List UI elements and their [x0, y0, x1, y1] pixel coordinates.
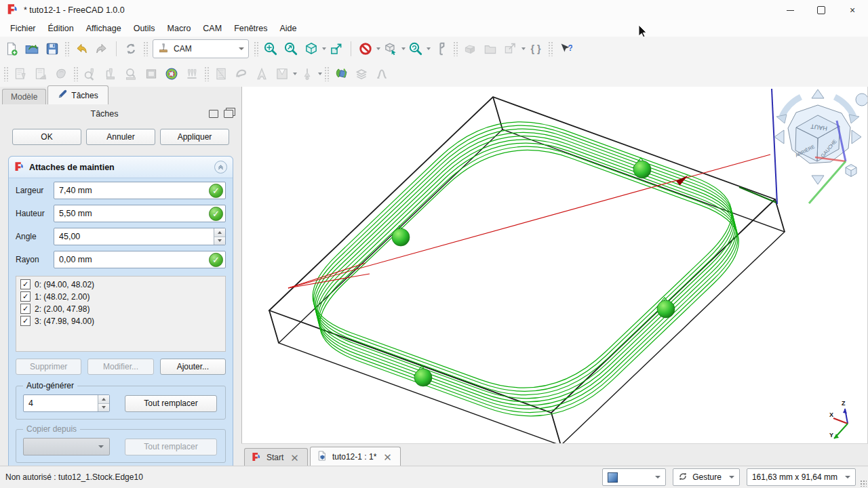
- auto-generate-group: Auto-générer Tout remplacer: [16, 386, 226, 420]
- menu-item-fichier[interactable]: Fichier: [4, 22, 42, 35]
- cancel-button[interactable]: Annuler: [86, 129, 155, 145]
- tag-count-spinner[interactable]: [98, 395, 109, 411]
- close-button[interactable]: ×: [837, 0, 868, 20]
- rayon-label: Rayon: [16, 255, 48, 264]
- cam-job-template-icon[interactable]: [31, 64, 51, 84]
- angle-spinner[interactable]: [214, 228, 225, 245]
- clipping-plane-icon[interactable]: [380, 39, 401, 59]
- cam-slot-icon[interactable]: [272, 64, 292, 84]
- copy-from-legend: Copier depuis: [23, 424, 80, 434]
- axonometric-view-icon[interactable]: [301, 39, 321, 59]
- open-file-icon[interactable]: [22, 39, 42, 59]
- float-panel-icon[interactable]: [224, 110, 233, 118]
- holding-tag-sphere: [414, 369, 432, 386]
- tab-modele[interactable]: Modèle: [2, 89, 46, 104]
- document-tab-bar: Start ✕ tuto12-1 : 1* ✕: [241, 443, 868, 466]
- tab-start[interactable]: Start ✕: [244, 448, 308, 466]
- selection-filter-icon[interactable]: [355, 39, 376, 59]
- cam-stock-icon[interactable]: [141, 64, 161, 84]
- tag-item[interactable]: ✓1: (48.02, 2.00): [20, 291, 221, 302]
- sync-view-icon[interactable]: [326, 39, 347, 59]
- hauteur-input[interactable]: [54, 205, 226, 222]
- refresh-icon[interactable]: [121, 39, 141, 59]
- tab-taches[interactable]: Tâches: [47, 85, 108, 104]
- cam-dressup-tag-icon[interactable]: [331, 64, 351, 84]
- tag-count-input[interactable]: [23, 394, 110, 412]
- menu-item-macro[interactable]: Macro: [161, 22, 197, 35]
- save-icon[interactable]: [42, 39, 62, 59]
- draw-style-combobox[interactable]: [602, 468, 666, 486]
- 3d-scene[interactable]: HAUTARRIÈREGAUCHEZXY: [242, 87, 867, 444]
- export-icon[interactable]: [500, 39, 521, 59]
- toolpath[interactable]: [313, 122, 738, 416]
- measure-icon[interactable]: [431, 39, 451, 59]
- redo-icon[interactable]: [92, 39, 112, 59]
- modifier-button[interactable]: Modifier...: [87, 359, 153, 375]
- cam-profile-icon[interactable]: [211, 64, 231, 84]
- copy-from-combobox[interactable]: [23, 438, 110, 455]
- path-segment: [739, 187, 776, 203]
- maximize-button[interactable]: [806, 0, 837, 20]
- part-tools-icon[interactable]: [460, 39, 480, 59]
- menu-item-outils[interactable]: Outils: [127, 22, 161, 35]
- tag-checkbox[interactable]: ✓: [20, 304, 31, 314]
- cam-job-icon[interactable]: [10, 64, 31, 84]
- stock-wireframe[interactable]: [269, 97, 785, 444]
- nav-mini-cube: [846, 165, 856, 177]
- menu-item-edition[interactable]: Édition: [42, 22, 80, 35]
- largeur-input[interactable]: [54, 182, 226, 199]
- cam-helix-icon[interactable]: [161, 64, 182, 84]
- macro-icon[interactable]: { }: [526, 39, 546, 59]
- workbench-selector[interactable]: CAM: [153, 39, 249, 58]
- tag-checkbox[interactable]: ✓: [20, 291, 31, 302]
- supprimer-button[interactable]: Supprimer: [16, 359, 81, 375]
- close-tab-icon[interactable]: ✕: [289, 453, 300, 463]
- menu-item-aide[interactable]: Aide: [273, 22, 302, 35]
- cam-sanity-check-icon[interactable]: [121, 64, 141, 84]
- close-tab-icon[interactable]: ✕: [382, 452, 393, 462]
- cam-pocket-icon[interactable]: [231, 64, 252, 84]
- resize-grip[interactable]: [860, 480, 867, 487]
- angle-input[interactable]: [54, 228, 226, 245]
- zoom-tools-icon[interactable]: [406, 39, 426, 59]
- cam-simulator-icon[interactable]: [100, 64, 121, 84]
- fit-selection-icon[interactable]: [281, 39, 301, 59]
- menu-item-cam[interactable]: CAM: [197, 22, 228, 35]
- dropdown-arrow-icon[interactable]: [318, 73, 322, 75]
- minimize-button[interactable]: [774, 0, 806, 20]
- undo-icon[interactable]: [71, 39, 92, 59]
- rayon-input[interactable]: [54, 251, 226, 268]
- ok-button[interactable]: OK: [12, 129, 81, 145]
- dock-panel-icon[interactable]: [209, 110, 218, 118]
- tag-item[interactable]: ✓2: (2.00, 47.98): [20, 304, 221, 314]
- menu-item-affichage[interactable]: Affichage: [80, 22, 127, 35]
- collapse-section-icon[interactable]: [214, 161, 227, 174]
- ajouter-button[interactable]: Ajouter...: [160, 359, 226, 375]
- cam-adaptive-icon[interactable]: [182, 64, 202, 84]
- whats-this-icon[interactable]: ?: [555, 39, 575, 59]
- autogen-replace-all-button[interactable]: Tout remplacer: [125, 395, 217, 412]
- cam-post-process-icon[interactable]: [51, 64, 71, 84]
- fit-all-icon[interactable]: [260, 39, 281, 59]
- new-file-icon[interactable]: [1, 39, 22, 59]
- navigation-cube[interactable]: HAUTARRIÈREGAUCHE: [774, 89, 867, 203]
- apply-button[interactable]: Appliquer: [160, 129, 229, 145]
- cam-dressup-boundary-icon[interactable]: [351, 64, 372, 84]
- tag-item[interactable]: ✓0: (94.00, 48.02): [20, 279, 221, 289]
- auto-generate-legend: Auto-générer: [23, 381, 77, 390]
- cam-dressup-dogbone-icon[interactable]: [372, 64, 392, 84]
- tab-document[interactable]: tuto12-1 : 1* ✕: [310, 447, 401, 466]
- tag-checkbox[interactable]: ✓: [20, 279, 31, 289]
- dimensions-combobox[interactable]: 161,63 mm x 91,64 mm: [747, 468, 856, 486]
- cam-inspect-gcode-icon[interactable]: [80, 64, 100, 84]
- tag-checkbox[interactable]: ✓: [20, 316, 31, 326]
- menu-item-fenetres[interactable]: Fenêtres: [228, 22, 273, 35]
- navigation-style-combobox[interactable]: Gesture: [673, 468, 740, 486]
- copy-replace-all-button[interactable]: Tout remplacer: [125, 439, 217, 455]
- cam-engrave-icon[interactable]: [252, 64, 272, 84]
- cam-probe-icon[interactable]: [297, 64, 317, 84]
- tag-list[interactable]: ✓0: (94.00, 48.02)✓1: (48.02, 2.00)✓2: (…: [16, 276, 226, 352]
- group-icon[interactable]: [480, 39, 500, 59]
- 3d-viewport[interactable]: HAUTARRIÈREGAUCHEZXY: [241, 87, 868, 444]
- tag-item[interactable]: ✓3: (47.98, 94.00): [20, 316, 221, 326]
